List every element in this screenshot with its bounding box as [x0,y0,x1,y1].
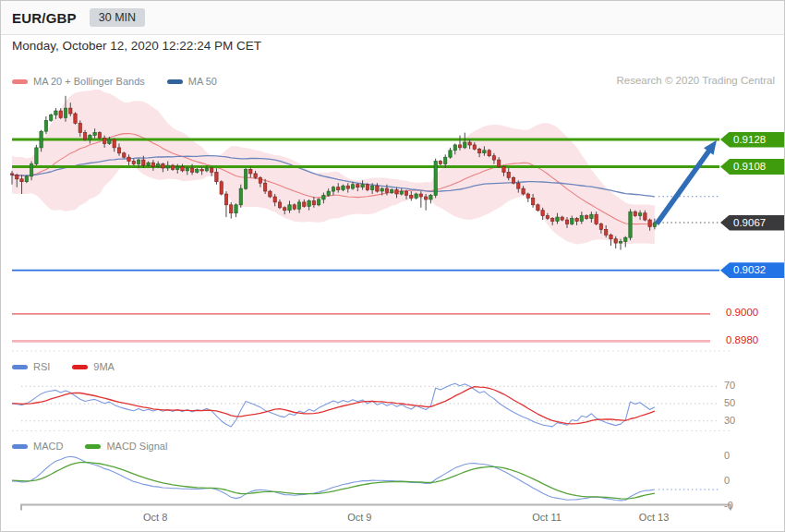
macd-legend-swatch-icon [12,444,28,449]
ma50-legend-label: MA 50 [188,76,217,87]
price-label-resistance-9108: 0.9108 [720,159,785,175]
rsi-legend-label: RSI [33,361,50,372]
price-label-last-9067: 0.9067 [720,215,785,231]
macd-tick-bottom: -0 [724,500,733,511]
rsi-legend: RSI 9MA [12,361,115,372]
research-credit: Research © 2020 Trading Central [617,75,775,86]
x-axis-label-oct11: Oct 11 [532,512,562,523]
trading-central-chart-widget: EUR/GBP 30 MIN Monday, October 12, 2020 … [0,0,785,532]
rsi-tick-70: 70 [724,380,735,391]
price-label-support-8980: 0.8980 [726,333,777,346]
rsi-legend-swatch-icon [12,365,28,369]
rsi-9ma-legend-label: 9MA [93,361,115,372]
macd-legend-label: MACD [33,441,63,452]
ma50-legend-swatch-icon [167,79,183,84]
price-label-support-9000: 0.9000 [726,306,777,319]
x-axis-label-oct9: Oct 9 [347,512,371,523]
ma20-bollinger-legend-label: MA 20 + Bollinger Bands [33,76,145,87]
macd-tick-top: 0 [724,450,730,461]
macd-tick-zero: 0 [724,475,730,486]
x-axis-label-oct13: Oct 13 [639,512,669,523]
macd-signal-legend-swatch-icon [85,444,101,449]
rsi-tick-50: 50 [724,397,735,408]
price-label-resistance-9128: 0.9128 [720,132,785,148]
rsi-9ma-legend-swatch-icon [72,365,88,369]
ma20-bollinger-legend-swatch-icon [12,79,28,84]
macd-legend: MACD MACD Signal [12,441,167,452]
macd-signal-legend-label: MACD Signal [106,441,167,452]
price-label-support-9032: 0.9032 [720,262,785,278]
main-chart-legend: MA 20 + Bollinger Bands MA 50 [12,76,217,87]
x-axis-label-oct8: Oct 8 [143,512,167,523]
rsi-tick-30: 30 [724,415,735,426]
